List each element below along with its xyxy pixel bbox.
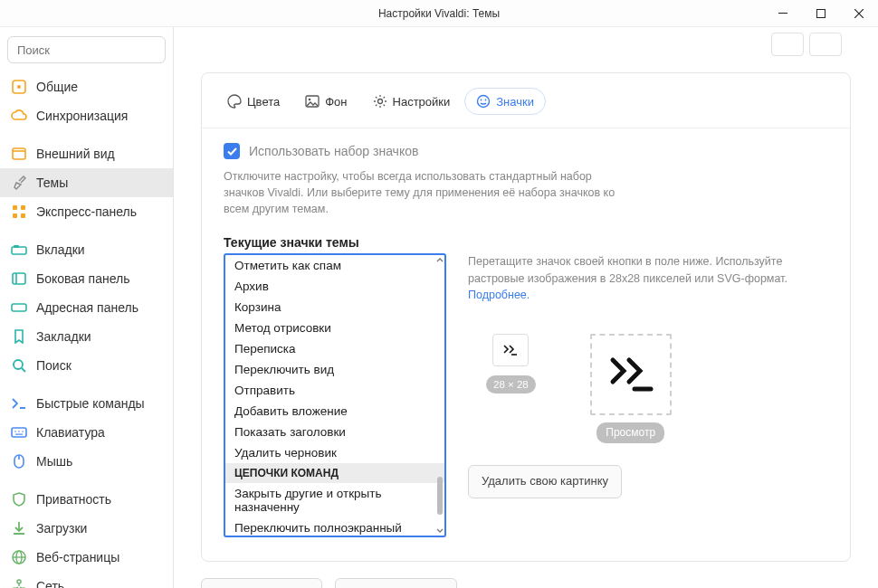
svg-rect-7 (21, 205, 25, 210)
sidebar-item-panels[interactable]: Боковая панель (0, 264, 173, 293)
titlebar: Настройки Vivaldi: Темы (0, 0, 878, 27)
sidebar-item-mouse[interactable]: Мышь (0, 447, 173, 476)
small-preview-canvas[interactable] (492, 334, 529, 366)
nav-list: Общие Синхронизация Внешний вид Темы (0, 72, 173, 588)
icon-list-select[interactable]: Отметить как спамАрхивКорзинаМетод отрис… (224, 253, 446, 537)
listbox-option[interactable]: Удалить черновик (225, 442, 444, 463)
sidebar-item-label: Быстрые команды (36, 396, 145, 411)
sidebar-item-search[interactable]: Поиск (0, 351, 173, 380)
bookmark-icon (11, 328, 27, 345)
tab-label: Фон (325, 95, 347, 109)
download-icon (11, 520, 27, 536)
sidebar-item-appearance[interactable]: Внешний вид (0, 139, 173, 168)
tab-background[interactable]: Фон (294, 89, 358, 114)
shield-icon (11, 491, 27, 507)
search-wrap (0, 33, 173, 72)
svg-point-36 (485, 100, 487, 101)
export-theme-button[interactable]: Экспорт темы… (335, 578, 457, 588)
sidebar-item-label: Боковая панель (36, 271, 129, 286)
listbox-option[interactable]: Корзина (225, 297, 444, 318)
sidebar-item-sync[interactable]: Синхронизация (0, 101, 173, 130)
use-iconset-row[interactable]: Использовать набор значков (224, 143, 828, 159)
sidebar-item-webpages[interactable]: Веб-страницы (0, 543, 173, 572)
sidebar-item-network[interactable]: Сеть (0, 572, 173, 588)
sidebar-item-downloads[interactable]: Загрузки (0, 514, 173, 543)
svg-rect-10 (12, 247, 26, 254)
svg-rect-14 (12, 304, 26, 311)
theme-action-1[interactable] (771, 33, 804, 56)
listbox-option[interactable]: Отправить (225, 380, 444, 401)
sidebar-item-bookmarks[interactable]: Закладки (0, 322, 173, 351)
sidebar-item-themes[interactable]: Темы (0, 168, 173, 197)
content-area: Цвета Фон Настройки (174, 27, 878, 588)
settings-icon (11, 79, 27, 95)
svg-rect-4 (13, 148, 25, 159)
close-button[interactable] (840, 0, 878, 26)
listbox-option[interactable]: Закрыть другие и открыть назначенну (225, 483, 444, 517)
listbox-option[interactable]: Показать заголовки (225, 422, 444, 442)
sidebar-item-label: Вкладки (36, 242, 85, 257)
cloud-icon (11, 108, 27, 124)
delete-custom-icon-button[interactable]: Удалить свою картинку (468, 465, 622, 498)
svg-point-20 (22, 431, 24, 432)
listbox-option[interactable]: Метод отрисовки (225, 318, 444, 338)
big-preview: Просмотр (590, 334, 672, 443)
tab-colors[interactable]: Цвета (216, 89, 291, 114)
sidebar-item-keyboard[interactable]: Клавиатура (0, 418, 173, 447)
window-title: Настройки Vivaldi: Темы (378, 7, 500, 20)
scrollbar-thumb[interactable] (437, 477, 443, 515)
grid-icon (11, 204, 27, 220)
network-icon (11, 578, 27, 588)
listbox-option[interactable]: Переписка (225, 338, 444, 359)
theme-action-buttons (771, 33, 842, 56)
listbox-option[interactable]: Отметить как спам (225, 255, 444, 276)
svg-point-3 (17, 85, 21, 89)
listbox-option[interactable]: Добавить вложение (225, 401, 444, 422)
scroll-down-icon[interactable] (436, 527, 444, 535)
sidebar-item-general[interactable]: Общие (0, 72, 173, 101)
palette-icon (227, 94, 242, 109)
search-input[interactable] (7, 36, 166, 63)
svg-rect-11 (14, 245, 19, 248)
svg-point-33 (377, 100, 382, 104)
tab-label: Значки (496, 95, 534, 109)
command-chain-icon (607, 355, 654, 394)
svg-point-15 (14, 360, 23, 369)
card-body: Использовать набор значков Отключите нас… (202, 128, 850, 537)
smile-icon (476, 94, 491, 109)
big-preview-dropzone[interactable] (590, 334, 672, 415)
sidebar-item-speeddial[interactable]: Экспресс-панель (0, 197, 173, 226)
sidebar-item-label: Темы (36, 175, 68, 190)
tab-icons[interactable]: Значки (464, 88, 546, 115)
window-icon (11, 146, 27, 162)
svg-rect-17 (12, 428, 26, 437)
sidebar-item-label: Внешний вид (36, 147, 115, 161)
sidebar-item-tabs[interactable]: Вкладки (0, 235, 173, 264)
preview-label: Просмотр (596, 422, 664, 443)
sidebar-item-label: Адресная панель (36, 300, 138, 315)
listbox-option[interactable]: Переключить вид (225, 359, 444, 380)
minimize-button[interactable] (764, 0, 802, 26)
listbox-option[interactable]: Переключить полноэкранный режим (225, 517, 444, 536)
open-theme-button[interactable]: Открыть тему… (201, 578, 322, 588)
listbox-scrollbar[interactable] (436, 255, 444, 536)
svg-rect-21 (15, 434, 23, 435)
sidebar-item-privacy[interactable]: Приватность (0, 485, 173, 514)
checkbox-checked-icon[interactable] (224, 143, 240, 159)
drag-hint: Перетащите значок своей кнопки в поле ни… (468, 253, 828, 302)
listbox-option[interactable]: Архив (225, 276, 444, 297)
sidebar-item-addressbar[interactable]: Адресная панель (0, 293, 173, 322)
commands-icon (11, 395, 27, 412)
current-icons-title: Текущие значки темы (224, 235, 828, 250)
theme-action-2[interactable] (809, 33, 842, 56)
learn-more-link[interactable]: Подробнее. (468, 289, 530, 301)
sidebar-item-label: Приватность (36, 492, 111, 507)
brush-icon (11, 175, 27, 191)
sidebar-item-label: Синхронизация (36, 109, 128, 123)
command-chain-icon (502, 344, 519, 356)
svg-rect-6 (13, 205, 17, 210)
scroll-up-icon[interactable] (436, 256, 444, 263)
tab-settings[interactable]: Настройки (362, 89, 462, 114)
sidebar-item-quickcommands[interactable]: Быстрые команды (0, 389, 173, 418)
maximize-button[interactable] (802, 0, 840, 26)
